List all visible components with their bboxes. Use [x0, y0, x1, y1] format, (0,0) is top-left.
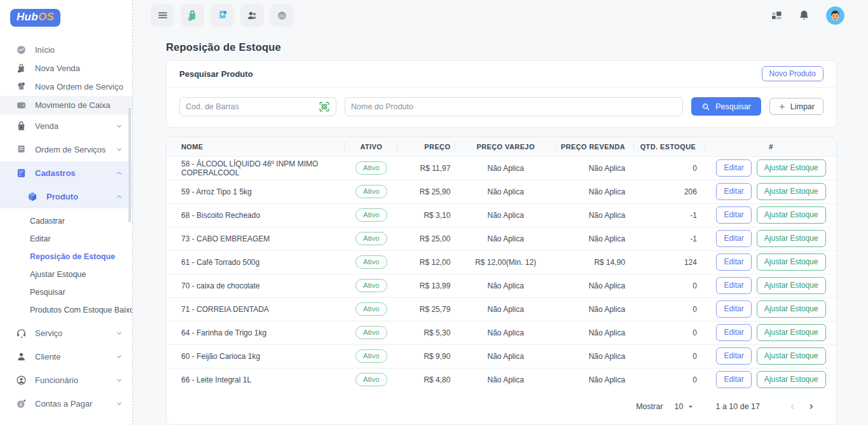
sidebar-item-label: Nova Venda: [35, 64, 123, 73]
sidebar-item-label: Cliente: [35, 352, 116, 361]
edit-button[interactable]: Editar: [716, 183, 751, 200]
sidebar-item-editar[interactable]: Editar: [0, 230, 132, 248]
table-row: 59 - Arroz Tipo 1 5kgAtivoR$ 25,90Não Ap…: [167, 180, 836, 203]
adjust-stock-button[interactable]: Ajustar Estoque: [757, 253, 826, 271]
new-service-order-button[interactable]: [210, 4, 234, 27]
topbar-quick-actions: (s): [151, 4, 300, 27]
stock-qty-cell: 0: [634, 297, 706, 321]
status-cell: Ativo: [345, 368, 397, 391]
actions-cell: EditarAjustar Estoque: [706, 180, 836, 203]
app-logo[interactable]: HubOS: [10, 9, 60, 27]
app-window: HubOS InícioNova VendaNova Ordem de Serv…: [0, 0, 868, 425]
table-row: 66 - Leite Integral 1LAtivoR$ 4,80Não Ap…: [167, 368, 836, 391]
adjust-stock-button[interactable]: Ajustar Estoque: [757, 183, 826, 200]
sidebar-item-produto[interactable]: Produto: [0, 185, 132, 208]
barcode-scan-icon[interactable]: [319, 101, 330, 112]
sidebar-item-nova-venda[interactable]: Nova Venda: [0, 59, 132, 78]
column-header-act: #: [706, 137, 836, 157]
product-name-cell: 64 - Farinha de Trigo 1kg: [167, 321, 345, 344]
adjust-stock-button[interactable]: Ajustar Estoque: [757, 300, 826, 318]
search-panel-body: Pesquisar Limpar: [167, 88, 836, 127]
table-row: 58 - ÁLCOOL LÍQUIDO 46º INPM MIMO COPERA…: [167, 156, 836, 180]
cash-button[interactable]: (s): [270, 4, 294, 27]
table-row: 64 - Farinha de Trigo 1kgAtivoR$ 5,30Não…: [167, 321, 836, 344]
edit-button[interactable]: Editar: [716, 230, 751, 247]
adjust-stock-button[interactable]: Ajustar Estoque: [757, 230, 826, 247]
menu-button[interactable]: [151, 4, 174, 27]
status-badge: Ativo: [355, 208, 387, 222]
prev-page-button[interactable]: [783, 403, 802, 410]
status-cell: Ativo: [345, 344, 397, 368]
page-size-value: 10: [675, 402, 684, 411]
adjust-stock-button[interactable]: Ajustar Estoque: [757, 277, 826, 294]
sidebar-item-label: Contas a Pagar: [35, 399, 116, 408]
stock-qty-cell: 206: [634, 180, 706, 203]
new-product-button[interactable]: Novo Produto: [762, 66, 823, 81]
logo-text-os: OS: [38, 11, 54, 24]
adjust-stock-button[interactable]: Ajustar Estoque: [757, 206, 826, 224]
search-button[interactable]: Pesquisar: [691, 97, 761, 116]
sidebar-item-funcionario[interactable]: Funcionário: [0, 368, 132, 392]
user-avatar[interactable]: [826, 6, 844, 25]
sidebar-item-contas-a-pagar[interactable]: $Contas a Pagar: [0, 392, 132, 415]
product-name-cell: 71 - CORREIA DENTADA: [167, 297, 345, 321]
page-size-select[interactable]: 10: [675, 402, 694, 411]
retail-price-cell: Não Aplica: [455, 274, 555, 297]
sidebar-item-venda[interactable]: Venda: [0, 114, 132, 138]
sidebar-item-ajustar-estoque[interactable]: Ajustar Estoque: [0, 266, 132, 283]
clients-icon: [246, 10, 258, 22]
price-cell: R$ 11,97: [397, 156, 455, 180]
adjust-stock-button[interactable]: Ajustar Estoque: [757, 347, 826, 365]
sidebar-scrollbar[interactable]: [128, 108, 131, 222]
product-name-cell: 61 - Café Torrado 500g: [167, 250, 345, 274]
edit-button[interactable]: Editar: [716, 253, 751, 271]
edit-button[interactable]: Editar: [716, 347, 751, 365]
barcode-input[interactable]: [186, 102, 319, 111]
adjust-stock-button[interactable]: Ajustar Estoque: [757, 324, 826, 341]
edit-button[interactable]: Editar: [716, 206, 751, 224]
edit-button[interactable]: Editar: [716, 277, 751, 294]
stock-qty-cell: 0: [634, 156, 706, 180]
product-name-cell: 68 - Biscoito Recheado: [167, 203, 345, 227]
resale-price-cell: Não Aplica: [556, 203, 634, 227]
sidebar-item-inicio[interactable]: Início: [0, 41, 132, 59]
resale-price-cell: Não Aplica: [556, 297, 634, 321]
sidebar-nav: InícioNova VendaNova Ordem de ServiçoMov…: [0, 41, 132, 415]
table-row: 71 - CORREIA DENTADAAtivoR$ 25,79Não Apl…: [167, 297, 836, 321]
product-name-input[interactable]: [351, 102, 677, 111]
sidebar-item-reposicao-de-estoque[interactable]: Reposição de Estoque: [0, 248, 132, 266]
clients-button[interactable]: [240, 4, 264, 27]
sidebar-item-cadastros[interactable]: Cadastros: [0, 161, 132, 185]
notifications-button[interactable]: [799, 10, 809, 22]
chevron-up-icon: [116, 170, 123, 177]
receipt-plus-icon: [15, 81, 27, 93]
sidebar-item-cadastrar[interactable]: Cadastrar: [0, 212, 132, 230]
edit-button[interactable]: Editar: [716, 159, 751, 177]
sidebar-item-nova-ordem-de-servico[interactable]: Nova Ordem de Serviço: [0, 78, 132, 96]
table-body: 58 - ÁLCOOL LÍQUIDO 46º INPM MIMO COPERA…: [167, 156, 836, 391]
new-sale-button[interactable]: [181, 4, 204, 27]
apps-grid-button[interactable]: [771, 11, 782, 20]
book-icon: [15, 168, 27, 179]
sidebar-item-pesquisar[interactable]: Pesquisar: [0, 283, 132, 301]
next-page-button[interactable]: [802, 403, 821, 410]
page-title: Reposição de Estoque: [166, 41, 837, 53]
sidebar-item-cliente[interactable]: Cliente: [0, 345, 132, 368]
adjust-stock-button[interactable]: Ajustar Estoque: [757, 159, 826, 177]
edit-button[interactable]: Editar: [716, 371, 751, 388]
edit-button[interactable]: Editar: [716, 300, 751, 318]
sidebar-item-produtos-com-estoque-baixo[interactable]: Produtos Com Estoque Baixo: [0, 301, 132, 319]
price-cell: R$ 13,99: [397, 274, 455, 297]
clear-button[interactable]: Limpar: [769, 98, 823, 115]
resale-price-cell: Não Aplica: [556, 344, 634, 368]
edit-button[interactable]: Editar: [716, 324, 751, 341]
clear-button-label: Limpar: [790, 102, 815, 111]
actions-cell: EditarAjustar Estoque: [706, 297, 836, 321]
product-name-cell: 66 - Leite Integral 1L: [167, 368, 345, 391]
sidebar-item-ordem-de-servicos[interactable]: Ordem de Serviços: [0, 138, 132, 161]
sidebar-item-movimento-de-caixa[interactable]: Movimento de Caixa: [0, 96, 132, 114]
stock-qty-cell: 0: [634, 344, 706, 368]
column-header-name: NOME: [167, 137, 345, 157]
adjust-stock-button[interactable]: Ajustar Estoque: [757, 371, 826, 388]
sidebar-item-servico[interactable]: Serviço: [0, 321, 132, 345]
